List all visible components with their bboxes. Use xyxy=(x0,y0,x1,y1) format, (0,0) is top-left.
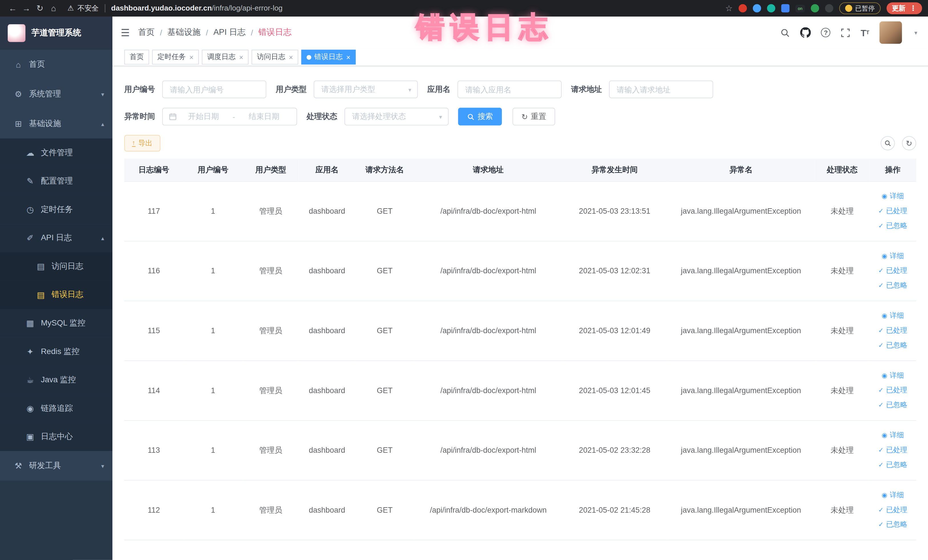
extension-icon-blue-drop[interactable] xyxy=(753,4,761,12)
close-icon[interactable]: × xyxy=(239,53,243,61)
sidebar-item-trace[interactable]: ◉ 链路追踪 xyxy=(0,394,112,423)
process-status-select[interactable]: 请选择处理状态 ▾ xyxy=(344,108,449,125)
app-name-input[interactable] xyxy=(458,81,562,98)
breadcrumb-infrastructure[interactable]: 基础设施 xyxy=(168,27,200,38)
filter-app-name: 应用名 xyxy=(427,81,562,98)
close-icon[interactable]: × xyxy=(289,53,293,61)
col-exception-name: 异常名 xyxy=(667,159,815,181)
file-icon: ☁ xyxy=(24,148,37,157)
sidebar-item-mysql-monitor[interactable]: ▦ MySQL 监控 xyxy=(0,309,112,337)
extension-icon-grid[interactable] xyxy=(781,4,789,12)
user-type-select[interactable]: 请选择用户类型 ▾ xyxy=(314,81,418,98)
detail-link[interactable]: ◉详细 xyxy=(872,189,914,204)
chevron-down-icon[interactable]: ▾ xyxy=(914,29,917,36)
detail-link[interactable]: ◉详细 xyxy=(872,488,914,502)
cell-app: dashboard xyxy=(299,360,355,420)
bookmark-star-icon[interactable]: ☆ xyxy=(725,3,733,13)
reload-icon[interactable]: ↻ xyxy=(33,3,47,13)
sidebar-item-java-monitor[interactable]: ☕ Java 监控 xyxy=(0,366,112,394)
ignored-link[interactable]: ✓已忽略 xyxy=(872,517,914,532)
menu-kebab-icon: ⋮ xyxy=(910,4,917,12)
sidebar-item-scheduled-tasks[interactable]: ◷ 定时任务 xyxy=(0,195,112,224)
sidebar-item-infrastructure[interactable]: ⊞ 基础设施 ▴ xyxy=(0,109,112,139)
access-log-icon: ▤ xyxy=(34,262,47,271)
detail-link[interactable]: ◉详细 xyxy=(872,308,914,323)
gear-icon: ⚙ xyxy=(12,89,25,99)
logo-image xyxy=(8,24,25,42)
cell-method: GET xyxy=(355,480,414,540)
font-size-icon[interactable]: TT xyxy=(861,27,869,37)
sidebar-item-access-log[interactable]: ▤ 访问日志 xyxy=(0,252,112,281)
check-icon: ✓ xyxy=(878,502,884,517)
sidebar-item-home[interactable]: ⌂ 首页 xyxy=(0,50,112,79)
sidebar-item-log-center[interactable]: ▣ 日志中心 xyxy=(0,423,112,451)
cell-actions: ◉详细 ✓已处理 ✓已忽略 xyxy=(870,301,916,360)
github-icon[interactable] xyxy=(800,27,811,38)
close-icon[interactable]: × xyxy=(346,53,351,61)
extension-icon-paw[interactable] xyxy=(825,4,833,12)
breadcrumb-api-log[interactable]: API 日志 xyxy=(214,27,246,38)
extension-icon-on[interactable]: on xyxy=(795,5,805,12)
request-url-input[interactable] xyxy=(609,81,713,98)
processed-link[interactable]: ✓已处理 xyxy=(872,204,914,218)
filter-label: 处理状态 xyxy=(307,111,337,122)
ignored-link[interactable]: ✓已忽略 xyxy=(872,278,914,293)
cell-user-id: 1 xyxy=(183,480,243,540)
extension-icon-leaf[interactable] xyxy=(811,4,819,12)
ignored-link[interactable]: ✓已忽略 xyxy=(872,338,914,353)
home-icon[interactable]: ⌂ xyxy=(47,3,61,13)
sidebar-item-api-log[interactable]: ✐ API 日志 ▴ xyxy=(0,224,112,252)
tab-dispatch-log[interactable]: 调度日志× xyxy=(202,50,249,64)
tab-scheduled-tasks[interactable]: 定时任务× xyxy=(152,50,199,64)
detail-link[interactable]: ◉详细 xyxy=(872,368,914,383)
processed-link[interactable]: ✓已处理 xyxy=(872,323,914,338)
refresh-table-button[interactable]: ↻ xyxy=(902,136,916,150)
ignored-link[interactable]: ✓已忽略 xyxy=(872,218,914,233)
back-icon[interactable]: ← xyxy=(6,3,20,13)
eye-icon: ◉ xyxy=(882,428,887,443)
avatar[interactable] xyxy=(879,21,902,44)
processed-link[interactable]: ✓已处理 xyxy=(872,443,914,458)
tab-error-log[interactable]: 错误日志× xyxy=(301,50,356,64)
cell-actions: ◉详细 ✓已处理 ✓已忽略 xyxy=(870,480,916,540)
app-logo: 芋道管理系统 xyxy=(0,17,112,50)
refresh-icon: ↻ xyxy=(522,112,528,121)
extension-icon-red[interactable] xyxy=(739,4,747,12)
search-icon[interactable] xyxy=(780,27,790,37)
sidebar-item-dev-tools[interactable]: ⚒ 研发工具 ▾ xyxy=(0,451,112,481)
paused-badge[interactable]: 已暂停 xyxy=(839,2,881,14)
cell-log-id: 115 xyxy=(124,301,183,360)
exception-time-range-picker[interactable]: 开始日期 - 结束日期 xyxy=(162,108,297,125)
reset-button[interactable]: ↻ 重置 xyxy=(513,108,555,125)
sidebar-item-error-log[interactable]: ▤ 错误日志 xyxy=(0,281,112,309)
processed-link[interactable]: ✓已处理 xyxy=(872,502,914,517)
ignored-link[interactable]: ✓已忽略 xyxy=(872,398,914,412)
toggle-search-button[interactable] xyxy=(881,136,895,150)
sidebar-item-system[interactable]: ⚙ 系统管理 ▾ xyxy=(0,79,112,109)
processed-link[interactable]: ✓已处理 xyxy=(872,383,914,398)
fullscreen-icon[interactable] xyxy=(841,27,851,37)
tab-access-log[interactable]: 访问日志× xyxy=(252,50,298,64)
ignored-link[interactable]: ✓已忽略 xyxy=(872,458,914,472)
search-button[interactable]: 搜索 xyxy=(458,108,502,125)
sidebar-item-config-management[interactable]: ✎ 配置管理 xyxy=(0,167,112,195)
tab-home[interactable]: 首页 xyxy=(124,50,149,64)
update-button[interactable]: 更新 ⋮ xyxy=(887,2,922,14)
close-icon[interactable]: × xyxy=(189,53,194,61)
extension-icon-teal[interactable] xyxy=(767,4,775,12)
detail-link[interactable]: ◉详细 xyxy=(872,249,914,263)
address-bar[interactable]: dashboard.yudao.iocoder.cn/infra/log/api… xyxy=(111,4,283,12)
help-icon[interactable]: ? xyxy=(821,28,830,37)
user-id-input[interactable] xyxy=(162,81,266,98)
cell-time: 2021-05-03 12:01:45 xyxy=(562,360,667,420)
export-button[interactable]: ↑ 导出 xyxy=(124,135,160,151)
sidebar-item-file-management[interactable]: ☁ 文件管理 xyxy=(0,138,112,167)
security-chip[interactable]: ⚠ 不安全 xyxy=(68,3,99,13)
processed-link[interactable]: ✓已处理 xyxy=(872,263,914,278)
sidebar-item-redis-monitor[interactable]: ✦ Redis 监控 xyxy=(0,337,112,366)
forward-icon[interactable]: → xyxy=(20,3,33,13)
cell-status: 未处理 xyxy=(815,420,870,480)
hamburger-icon[interactable]: ☰ xyxy=(121,26,130,39)
breadcrumb-home[interactable]: 首页 xyxy=(138,27,155,38)
detail-link[interactable]: ◉详细 xyxy=(872,428,914,443)
